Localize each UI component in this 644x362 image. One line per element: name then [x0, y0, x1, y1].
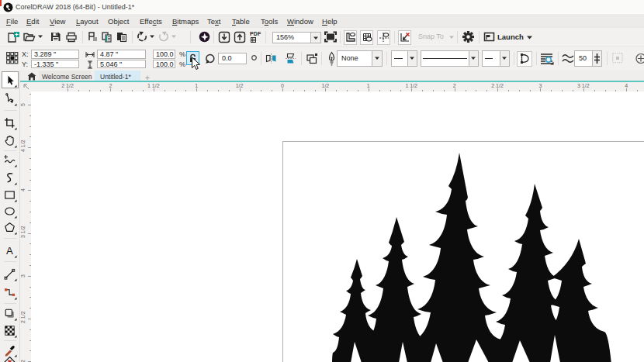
svg-text:A: A — [6, 245, 13, 257]
